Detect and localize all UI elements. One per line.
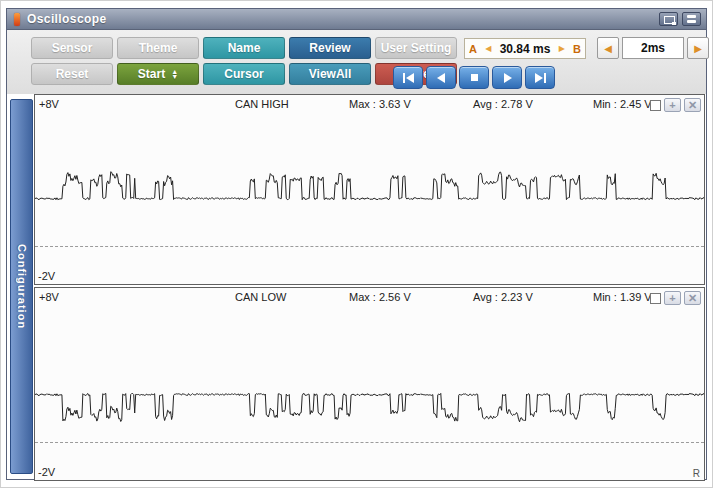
skip-to-start-button[interactable] [393, 66, 423, 89]
user-setting-button[interactable]: User Setting [375, 37, 457, 59]
channel-panel-can-high: +8V CAN HIGH Max : 3.63 V Avg : 2.78 V M… [34, 94, 705, 285]
channel-panel-can-low: +8V CAN LOW Max : 2.56 V Avg : 2.23 V Mi… [34, 287, 705, 481]
close-icon: ✕ [688, 293, 697, 304]
split-view-button[interactable] [682, 12, 701, 26]
start-button[interactable]: Start ▲▼ [117, 63, 199, 85]
play-button[interactable] [492, 66, 522, 89]
skip-to-start-icon [400, 71, 417, 85]
restore-icon [664, 16, 675, 24]
min-readout: Min : 2.45 V [593, 98, 652, 110]
app-icon [14, 13, 20, 26]
scale-bottom-label: -2V [38, 466, 55, 478]
review-button[interactable]: Review [289, 37, 371, 59]
split-icon [683, 15, 700, 23]
configuration-tab[interactable]: Configuration [10, 99, 33, 474]
name-button[interactable]: Name [203, 37, 285, 59]
cursor-b-label: B [573, 43, 581, 55]
start-updown-icon: ▲▼ [171, 69, 178, 79]
max-readout: Max : 3.63 V [349, 98, 411, 110]
restore-window-button[interactable] [659, 12, 678, 26]
window-title: Oscilloscope [27, 12, 107, 26]
close-icon: ✕ [688, 100, 697, 111]
title-bar: Oscilloscope [7, 9, 706, 30]
cursor-button[interactable]: Cursor [203, 63, 285, 85]
zero-volt-gridline [35, 442, 704, 443]
channel-controls: + ✕ [650, 291, 701, 305]
configuration-tab-label: Configuration [16, 244, 28, 329]
max-readout: Max : 2.56 V [349, 291, 411, 303]
cursor-a-arrow-icon: ◀ [485, 44, 491, 53]
window-controls [659, 12, 701, 26]
ab-cursor-readout[interactable]: A ◀ 30.84 ms ▶ B [464, 38, 586, 59]
can-low-waveform [35, 288, 704, 480]
timebase-increase-button[interactable]: ▶ [687, 37, 709, 59]
timebase-decrease-button[interactable]: ◀ [597, 37, 619, 59]
avg-readout: Avg : 2.23 V [473, 291, 533, 303]
zero-volt-gridline [35, 246, 704, 247]
toolbar: Sensor Theme Name Review User Setting A … [7, 30, 706, 95]
cursor-a-label: A [469, 43, 477, 55]
plus-icon: + [669, 100, 675, 111]
step-back-icon [433, 71, 450, 85]
sensor-button[interactable]: Sensor [31, 37, 113, 59]
close-channel-button[interactable]: ✕ [684, 291, 701, 305]
channel-name: CAN HIGH [235, 98, 289, 110]
oscilloscope-window: Oscilloscope Sensor Theme Name Review Us… [6, 8, 707, 480]
scale-top-label: +8V [39, 291, 59, 303]
channel-checkbox[interactable] [650, 100, 661, 111]
right-triangle-icon: ▶ [694, 43, 702, 54]
skip-to-end-button[interactable] [525, 66, 555, 89]
r-marker: R [693, 468, 700, 479]
left-triangle-icon: ◀ [604, 43, 612, 54]
avg-readout: Avg : 2.78 V [473, 98, 533, 110]
stop-button[interactable] [459, 66, 489, 89]
scale-top-label: +8V [39, 98, 59, 110]
channel-checkbox[interactable] [650, 293, 661, 304]
min-readout: Min : 1.39 V [593, 291, 652, 303]
scale-bottom-label: -2V [38, 270, 55, 282]
close-channel-button[interactable]: ✕ [684, 98, 701, 112]
playback-controls [393, 66, 555, 89]
channel-name: CAN LOW [235, 291, 286, 303]
timebase-control: ◀ 2ms ▶ [597, 37, 709, 59]
scope-area: Configuration +8V CAN HIGH Max : 3.63 V … [7, 94, 706, 479]
cursor-b-arrow-icon: ▶ [559, 44, 565, 53]
plus-icon: + [669, 293, 675, 304]
stop-icon [466, 71, 483, 85]
skip-to-end-icon [532, 71, 549, 85]
theme-button[interactable]: Theme [117, 37, 199, 59]
can-high-waveform [35, 95, 704, 284]
add-channel-button[interactable]: + [664, 291, 681, 305]
ab-delta-value: 30.84 ms [500, 42, 551, 56]
add-channel-button[interactable]: + [664, 98, 681, 112]
channel-controls: + ✕ [650, 98, 701, 112]
reset-button[interactable]: Reset [31, 63, 113, 85]
viewall-button[interactable]: ViewAll [289, 63, 371, 85]
play-icon [499, 71, 516, 85]
step-back-button[interactable] [426, 66, 456, 89]
screenshot-frame: Oscilloscope Sensor Theme Name Review Us… [0, 0, 713, 488]
timebase-value: 2ms [622, 37, 684, 59]
